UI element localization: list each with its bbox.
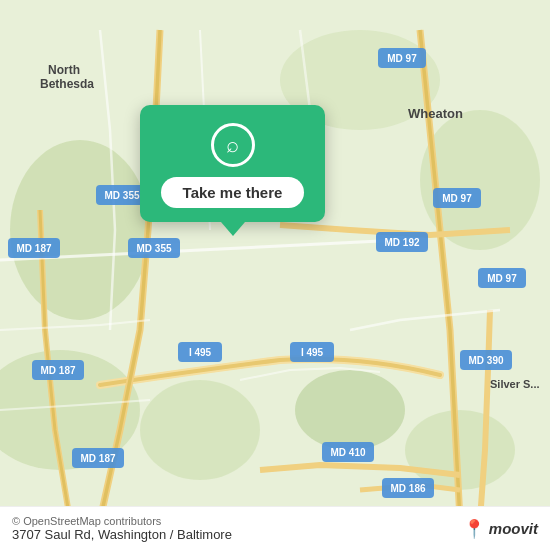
take-me-there-button[interactable]: Take me there (161, 177, 305, 208)
svg-text:MD 97: MD 97 (442, 193, 472, 204)
svg-text:MD 187: MD 187 (16, 243, 51, 254)
svg-text:MD 355: MD 355 (104, 190, 139, 201)
location-pin-icon: ⌕ (226, 134, 239, 156)
bottom-bar: © OpenStreetMap contributors 3707 Saul R… (0, 506, 550, 550)
map-svg: MD 97 MD 97 MD 97 MD 355 MD 355 MD 187 M… (0, 0, 550, 550)
svg-text:MD 97: MD 97 (487, 273, 517, 284)
svg-text:MD 355: MD 355 (136, 243, 171, 254)
svg-text:MD 410: MD 410 (330, 447, 365, 458)
moovit-brand-text: moovit (489, 520, 538, 537)
svg-text:MD 186: MD 186 (390, 483, 425, 494)
svg-text:MD 187: MD 187 (40, 365, 75, 376)
svg-text:MD 192: MD 192 (384, 237, 419, 248)
svg-text:Silver S...: Silver S... (490, 378, 540, 390)
svg-point-4 (295, 370, 405, 450)
svg-text:MD 187: MD 187 (80, 453, 115, 464)
svg-text:MD 97: MD 97 (387, 53, 417, 64)
location-icon-circle: ⌕ (211, 123, 255, 167)
svg-point-1 (10, 140, 150, 320)
svg-text:I 495: I 495 (189, 347, 212, 358)
moovit-logo: 📍 moovit (463, 518, 538, 540)
svg-text:North: North (48, 63, 80, 77)
svg-text:Wheaton: Wheaton (408, 106, 463, 121)
svg-text:MD 390: MD 390 (468, 355, 503, 366)
map-container: MD 97 MD 97 MD 97 MD 355 MD 355 MD 187 M… (0, 0, 550, 550)
bottom-info: © OpenStreetMap contributors 3707 Saul R… (12, 515, 232, 542)
location-popup: ⌕ Take me there (140, 105, 325, 222)
address-label: 3707 Saul Rd, Washington / Baltimore (12, 527, 232, 542)
moovit-pin-icon: 📍 (463, 518, 485, 540)
svg-point-3 (140, 380, 260, 480)
svg-text:Bethesda: Bethesda (40, 77, 94, 91)
svg-text:I 495: I 495 (301, 347, 324, 358)
attribution: © OpenStreetMap contributors (12, 515, 161, 527)
